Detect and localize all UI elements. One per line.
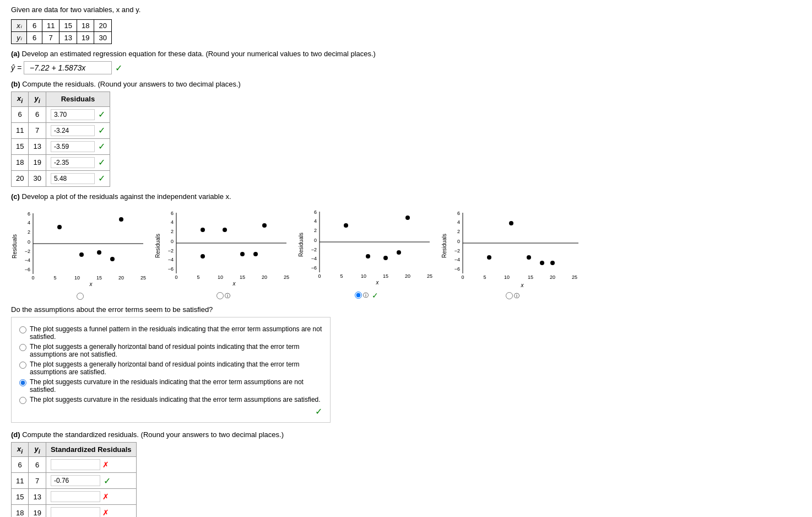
resid-input-3[interactable] — [51, 141, 95, 152]
dot-c3-1 — [344, 223, 348, 228]
chart3-check: ✓ — [372, 291, 378, 300]
resid-input-cell-4[interactable]: ✓ — [46, 154, 110, 170]
mc-radio-3[interactable] — [19, 362, 26, 369]
svg-text:2: 2 — [457, 229, 460, 234]
std-wrong-3: ✗ — [102, 508, 109, 517]
svg-text:20: 20 — [118, 275, 124, 281]
std-wrong-0: ✗ — [102, 460, 109, 469]
svg-text:−4: −4 — [25, 257, 30, 263]
svg-text:4: 4 — [171, 219, 174, 225]
mc-radio-4[interactable] — [19, 379, 26, 386]
mc-option-4[interactable]: The plot suggests curvature in the resid… — [19, 378, 322, 394]
mc-radio-1[interactable] — [19, 326, 26, 333]
std-input-cell-2[interactable]: ✓ — [46, 473, 136, 489]
std-check-1: ✓ — [104, 476, 111, 486]
residuals-table: xi yi Residuals 6 6 ✓ 11 7 ✓ 15 13 — [11, 91, 110, 187]
mc-label-2: The plot suggests a generally horizontal… — [30, 343, 322, 358]
chart-radio-row-2[interactable]: ⓘ — [216, 292, 230, 300]
std-input-3[interactable] — [51, 491, 100, 502]
chart-radio-row-1[interactable] — [77, 293, 84, 300]
svg-text:0: 0 — [31, 275, 34, 281]
dot-c1-3 — [97, 250, 101, 255]
svg-text:−4: −4 — [168, 257, 174, 262]
svg-text:0: 0 — [175, 274, 177, 280]
chart-radio-row-3[interactable]: ⓘ ✓ — [355, 291, 378, 300]
std-input-2[interactable] — [51, 475, 100, 486]
std-y-3: 13 — [29, 489, 46, 505]
part-d-label: (d) Compute the standardized residuals. … — [11, 430, 801, 439]
resid-input-5[interactable] — [51, 173, 95, 184]
std-residuals-table: xi yi Standardized Residuals 6 6 ✗ 11 7 … — [11, 442, 137, 517]
svg-text:−6: −6 — [168, 266, 174, 272]
svg-text:15: 15 — [383, 273, 388, 279]
chart-radio-1[interactable] — [77, 293, 84, 300]
svg-text:6: 6 — [314, 209, 317, 215]
svg-text:−6: −6 — [454, 266, 460, 272]
chart-container-4: 6 4 2 0 −2 −4 −6 0 5 10 15 20 25 x Resid… — [441, 207, 584, 300]
std-resid-row-4: 18 19 ✗ — [12, 505, 137, 517]
svg-text:10: 10 — [504, 274, 510, 280]
equation-box[interactable]: −7.22 + 1.5873x — [24, 61, 112, 74]
std-input-1[interactable] — [51, 459, 100, 470]
resid-check-0: ✓ — [98, 109, 105, 120]
resid-input-1[interactable] — [51, 109, 95, 120]
std-input-cell-1[interactable]: ✗ — [46, 457, 136, 473]
std-y-1: 6 — [29, 457, 46, 473]
svg-text:Residuals: Residuals — [298, 233, 304, 257]
resid-header-x: xi — [12, 92, 29, 107]
chart-radio-2[interactable] — [216, 292, 224, 299]
std-resid-row-3: 15 13 ✗ — [12, 489, 137, 505]
std-input-cell-4[interactable]: ✗ — [46, 505, 136, 517]
svg-text:15: 15 — [528, 274, 533, 280]
charts-row: 6 4 2 0 −2 −4 −6 0 5 10 15 20 25 x Resid… — [11, 206, 801, 300]
resid-check-4: ✓ — [98, 173, 105, 184]
svg-text:−4: −4 — [311, 256, 317, 261]
svg-text:5: 5 — [340, 273, 343, 279]
resid-input-cell-3[interactable]: ✓ — [46, 138, 110, 154]
std-header-y: yi — [29, 442, 46, 457]
mc-radio-5[interactable] — [19, 397, 26, 404]
resid-row-1: 6 6 ✓ — [12, 106, 110, 122]
svg-point-75 — [509, 221, 513, 225]
x-val-1: 6 — [27, 20, 42, 32]
svg-text:Residuals: Residuals — [12, 234, 18, 258]
mc-option-3[interactable]: The plot suggests a generally horizontal… — [19, 360, 322, 376]
svg-text:−4: −4 — [454, 257, 460, 262]
resid-check-1: ✓ — [98, 125, 105, 136]
chart-svg-2: 6 4 2 0 −2 −4 −6 0 5 10 15 20 25 x Resid… — [154, 207, 292, 290]
dot-c3-5 — [405, 216, 410, 220]
svg-point-76 — [527, 255, 531, 260]
std-input-cell-3[interactable]: ✗ — [46, 489, 136, 505]
resid-input-cell-5[interactable]: ✓ — [46, 170, 110, 186]
resid-input-2[interactable] — [51, 125, 95, 136]
std-resid-row-1: 6 6 ✗ — [12, 457, 137, 473]
resid-input-4[interactable] — [51, 157, 95, 168]
std-y-2: 7 — [29, 473, 46, 489]
resid-header-resid: Residuals — [46, 92, 110, 107]
chart-radio-row-4[interactable]: ⓘ — [506, 292, 519, 300]
svg-text:25: 25 — [427, 273, 432, 279]
chart-radio-3[interactable] — [355, 292, 362, 299]
data-table: xᵢ 6 11 15 18 20 yᵢ 6 7 13 19 30 — [11, 19, 112, 44]
resid-check-2: ✓ — [98, 141, 105, 152]
std-input-4[interactable] — [51, 507, 100, 517]
y-hat-prefix: ŷ = — [11, 63, 21, 72]
mc-option-1[interactable]: The plot suggests a funnel pattern in th… — [19, 325, 322, 341]
y-label: yᵢ — [12, 32, 27, 44]
x-val-5: 20 — [94, 20, 111, 32]
chart-container-3: 6 4 2 0 −2 −4 −6 0 5 10 15 20 25 x Resid… — [297, 206, 435, 300]
mc-option-2[interactable]: The plot suggests a generally horizontal… — [19, 343, 322, 358]
y-val-2: 7 — [42, 32, 59, 44]
chart-radio-4[interactable] — [506, 292, 513, 299]
svg-point-34 — [201, 228, 205, 232]
x-label: xᵢ — [12, 20, 27, 32]
mc-radio-2[interactable] — [19, 344, 26, 351]
mc-label-3: The plot suggests a generally horizontal… — [30, 360, 322, 376]
mc-option-5[interactable]: The plot suggests curvature in the resid… — [19, 396, 322, 404]
svg-text:6: 6 — [457, 211, 460, 216]
resid-input-cell-2[interactable]: ✓ — [46, 122, 110, 138]
dot-c1-5 — [119, 217, 123, 222]
svg-text:0: 0 — [171, 239, 174, 244]
intro-text: Given are data for two variables, x and … — [11, 6, 801, 14]
resid-input-cell-1[interactable]: ✓ — [46, 106, 110, 122]
